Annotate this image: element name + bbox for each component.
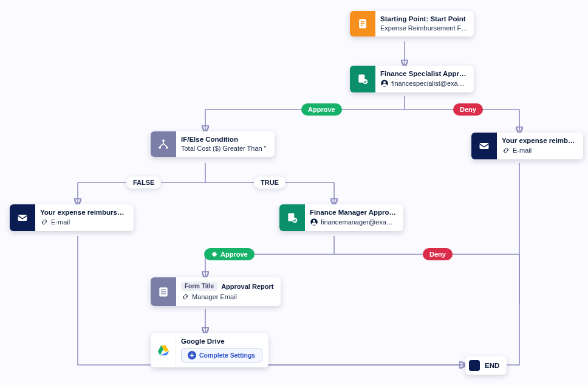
form-title-value: Approval Report [221,283,273,290]
link-icon [181,293,190,301]
svg-rect-3 [361,26,363,27]
spreadsheet-icon [151,277,176,306]
svg-rect-19 [161,291,166,292]
node-subtitle: Expense Reimbursement F… [380,24,468,32]
node-subtitle: financemanager@exa… [321,218,393,226]
approval-icon [350,66,375,92]
node-finance-specialist[interactable]: Finance Specialist Approval financespeci… [350,66,474,92]
svg-point-16 [313,220,315,222]
link-icon [502,146,510,154]
tag-icon [211,251,218,258]
workflow-canvas[interactable]: Starting Point: Start Point Expense Reim… [0,0,588,385]
node-start[interactable]: Starting Point: Start Point Expense Reim… [350,11,474,36]
svg-rect-11 [480,143,489,149]
node-title: Google Drive [181,338,262,345]
node-false-email[interactable]: Your expense reimbursement… E-mail [10,204,134,231]
user-icon [310,218,318,226]
node-subtitle: financespecialist@exa… [391,80,465,87]
mail-icon [10,204,35,231]
svg-point-7 [383,81,386,83]
node-ifelse[interactable]: IF/Else Condition Total Cost ($) Greater… [151,131,275,157]
badge-deny-2: Deny [423,248,453,260]
svg-rect-2 [361,23,365,24]
link-icon [40,218,49,226]
svg-point-10 [166,147,168,149]
node-subtitle: Manager Email [192,293,237,300]
node-google-drive[interactable]: Google Drive + Complete Settings [151,333,268,367]
node-deny-email[interactable]: Your expense reimbursement… E-mail [471,133,583,159]
svg-rect-18 [161,289,166,290]
plus-icon: + [188,351,196,359]
node-approval-report[interactable]: Form Title Approval Report Manager Email [151,277,281,306]
svg-rect-1 [361,21,365,23]
mail-icon [471,133,497,159]
complete-settings-button[interactable]: + Complete Settings [181,348,262,362]
svg-rect-12 [18,215,27,221]
badge-deny-1: Deny [453,103,483,116]
svg-point-9 [159,147,161,149]
node-title: Your expense reimbursement… [502,137,577,144]
node-title: Finance Manager Approve & … [310,209,397,216]
svg-rect-20 [161,293,166,294]
node-title: Starting Point: Start Point [380,15,468,23]
form-title-tag: Form Title [181,282,217,291]
node-finance-manager[interactable]: Finance Manager Approve & … financemanag… [279,204,403,231]
node-title: Finance Specialist Approval [380,70,468,77]
document-icon [350,11,375,36]
node-subtitle: Total Cost ($) Greater Than " [181,145,268,152]
node-title: Your expense reimbursement… [40,209,128,216]
node-subtitle: E-mail [51,218,70,226]
end-icon [469,360,480,371]
connector-lines [0,0,588,385]
node-title: IF/Else Condition [181,136,268,143]
node-end[interactable]: END [465,356,507,375]
node-subtitle: E-mail [513,147,532,154]
end-label: END [485,362,499,369]
user-icon [380,79,389,88]
approval-icon [279,204,305,231]
branch-icon [151,131,176,157]
badge-approve-1: Approve [301,103,342,116]
badge-approve-2: Approve [204,248,255,260]
badge-true: TRUE [254,176,285,189]
badge-false: FALSE [126,176,161,189]
google-drive-icon [151,333,176,367]
svg-point-8 [162,139,165,142]
